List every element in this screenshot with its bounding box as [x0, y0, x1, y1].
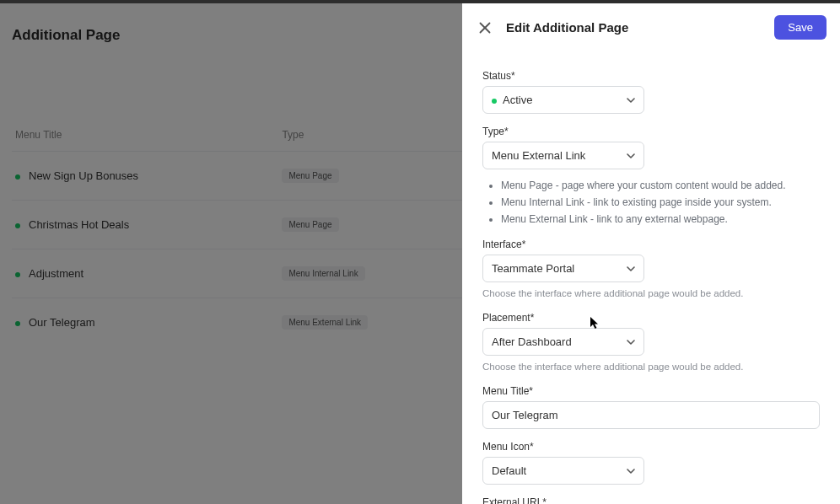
chevron-down-icon	[627, 153, 635, 158]
placement-label: Placement*	[482, 312, 820, 324]
menu-title-label: Menu Title*	[482, 385, 820, 397]
edit-page-drawer: Edit Additional Page Save Status* Active…	[462, 3, 840, 504]
type-value: Menu External Link	[492, 149, 585, 162]
status-value: Active	[503, 94, 532, 106]
status-label: Status*	[482, 70, 820, 82]
chevron-down-icon	[627, 98, 635, 103]
type-select[interactable]: Menu External Link	[482, 142, 644, 169]
interface-select[interactable]: Teammate Portal	[482, 255, 644, 282]
menu-icon-label: Menu Icon*	[482, 441, 820, 453]
menu-icon-select[interactable]: Default	[482, 457, 644, 485]
placement-hint: Choose the interface where additional pa…	[482, 360, 820, 373]
menu-title-value: Our Telegram	[492, 409, 558, 421]
chevron-down-icon	[627, 266, 635, 271]
placement-select[interactable]: After Dashboard	[482, 328, 644, 356]
type-help-item: Menu External Link - link to any externa…	[501, 212, 820, 227]
type-help-list: Menu Page - page where your custom conte…	[482, 178, 820, 227]
chevron-down-icon	[627, 340, 635, 345]
drawer-title: Edit Additional Page	[506, 20, 762, 35]
menu-title-input[interactable]: Our Telegram	[482, 401, 820, 429]
save-button[interactable]: Save	[774, 15, 827, 40]
type-help-item: Menu Page - page where your custom conte…	[501, 178, 820, 193]
close-icon	[479, 22, 491, 34]
interface-label: Interface*	[482, 239, 820, 250]
status-select[interactable]: Active	[482, 86, 644, 114]
type-help-item: Menu Internal Link - link to existing pa…	[501, 195, 820, 210]
close-drawer-button[interactable]	[476, 19, 494, 37]
placement-value: After Dashboard	[492, 335, 572, 348]
status-active-dot	[492, 99, 497, 104]
external-url-label: External URL*	[482, 496, 820, 504]
type-label: Type*	[482, 126, 820, 137]
chevron-down-icon	[627, 469, 635, 474]
interface-hint: Choose the interface where additional pa…	[482, 287, 820, 300]
menu-icon-value: Default	[492, 464, 526, 477]
interface-value: Teammate Portal	[492, 262, 574, 275]
